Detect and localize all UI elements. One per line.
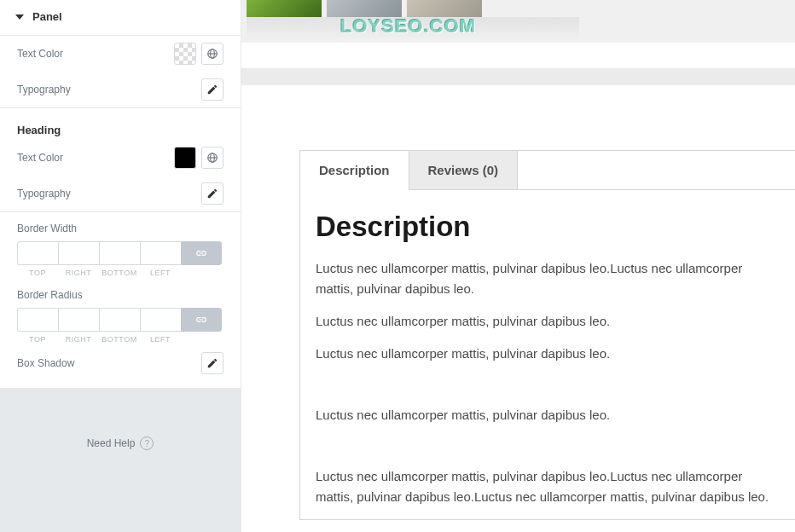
watermark-text: LOYSEO.COM bbox=[340, 15, 476, 38]
border-width-bottom-input[interactable] bbox=[99, 241, 140, 265]
description-paragraph: Luctus nec ullamcorper mattis, pulvinar … bbox=[316, 344, 780, 364]
panel-title: Panel bbox=[32, 10, 62, 23]
thumbnail[interactable] bbox=[327, 0, 402, 17]
pencil-icon bbox=[206, 84, 218, 95]
dim-caption-left: LEFT bbox=[140, 269, 181, 277]
panel-text-color-swatch[interactable] bbox=[174, 43, 196, 65]
dim-caption-bottom: BOTTOM bbox=[99, 269, 140, 277]
heading-typography-label: Typography bbox=[17, 188, 71, 200]
border-width-inputs bbox=[17, 241, 223, 265]
product-tabs-widget: Description Reviews (0) Description Luct… bbox=[299, 150, 795, 520]
thumbnail[interactable] bbox=[407, 0, 482, 17]
caret-down-icon bbox=[15, 14, 24, 20]
style-sidebar: Panel Text Color Typography bbox=[0, 0, 241, 532]
heading-subsection-label: Heading bbox=[17, 108, 223, 140]
dim-caption-top: TOP bbox=[17, 335, 58, 344]
description-paragraph: Luctus nec ullamcorper mattis, pulvinar … bbox=[316, 466, 780, 507]
tab-panel-description: Description Luctus nec ullamcorper matti… bbox=[300, 190, 795, 507]
help-icon: ? bbox=[140, 437, 154, 450]
box-shadow-edit-button[interactable] bbox=[201, 352, 223, 374]
border-width-label: Border Width bbox=[17, 223, 223, 234]
box-shadow-label: Box Shadow bbox=[17, 357, 74, 369]
tab-reviews[interactable]: Reviews (0) bbox=[409, 151, 519, 189]
border-radius-left-input[interactable] bbox=[140, 308, 181, 332]
need-help-label: Need Help bbox=[87, 437, 136, 449]
pencil-icon bbox=[206, 188, 218, 200]
heading-text-color-label: Text Color bbox=[17, 152, 63, 164]
gallery-thumbnails: LOYSEO.COM bbox=[241, 0, 795, 43]
globe-icon bbox=[206, 48, 218, 60]
panel-text-color-label: Text Color bbox=[17, 48, 63, 60]
description-heading: Description bbox=[316, 211, 780, 243]
panel-typography-label: Typography bbox=[17, 84, 71, 95]
pencil-icon bbox=[206, 357, 218, 369]
dim-caption-bottom: BOTTOM bbox=[99, 335, 140, 344]
globe-icon bbox=[206, 152, 218, 164]
link-values-button[interactable] bbox=[181, 308, 222, 332]
border-radius-top-input[interactable] bbox=[17, 308, 58, 332]
description-paragraph: Luctus nec ullamcorper mattis, pulvinar … bbox=[316, 258, 780, 299]
description-paragraph: Luctus nec ullamcorper mattis, pulvinar … bbox=[316, 311, 780, 332]
dim-caption-right: RIGHT bbox=[58, 269, 99, 277]
panel-section-header[interactable]: Panel bbox=[3, 0, 241, 35]
heading-text-color-swatch[interactable] bbox=[174, 147, 196, 169]
border-radius-right-input[interactable] bbox=[58, 308, 99, 332]
global-color-button[interactable] bbox=[201, 43, 223, 65]
heading-typography-edit-button[interactable] bbox=[201, 182, 223, 205]
border-radius-label: Border Radius bbox=[17, 289, 223, 301]
panel-typography-edit-button[interactable] bbox=[201, 78, 223, 101]
global-color-button[interactable] bbox=[201, 147, 223, 169]
help-area: Need Help ? bbox=[0, 388, 241, 532]
border-width-left-input[interactable] bbox=[140, 241, 181, 265]
border-width-right-input[interactable] bbox=[58, 241, 99, 265]
dim-caption-left: LEFT bbox=[140, 335, 181, 344]
dim-caption-right: RIGHT bbox=[58, 335, 99, 344]
link-values-button[interactable] bbox=[181, 241, 222, 265]
description-paragraph: Luctus nec ullamcorper mattis, pulvinar … bbox=[316, 405, 780, 425]
dim-caption-top: TOP bbox=[17, 269, 58, 277]
need-help-link[interactable]: Need Help ? bbox=[87, 437, 154, 450]
thumbnail[interactable] bbox=[247, 0, 322, 17]
border-radius-bottom-input[interactable] bbox=[99, 308, 140, 332]
preview-canvas: LOYSEO.COM Description Reviews (0) Descr… bbox=[241, 0, 795, 532]
border-width-top-input[interactable] bbox=[17, 241, 58, 265]
border-radius-inputs bbox=[17, 308, 223, 332]
tab-description[interactable]: Description bbox=[300, 151, 409, 189]
tabs-nav: Description Reviews (0) bbox=[300, 151, 795, 190]
